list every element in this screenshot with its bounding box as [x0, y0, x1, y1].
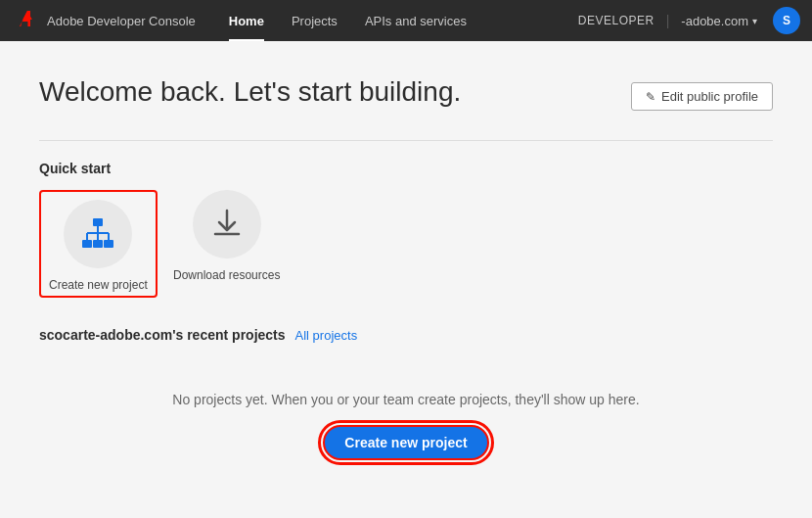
navbar: Adobe Developer Console Home Projects AP… — [0, 0, 812, 41]
pencil-icon: ✎ — [646, 90, 655, 104]
svg-rect-5 — [104, 240, 113, 248]
account-name: -adobe.com — [681, 14, 748, 28]
main-nav: Home Projects APIs and services — [215, 0, 480, 41]
svg-rect-3 — [82, 240, 92, 248]
svg-rect-4 — [93, 240, 103, 248]
download-icon-circle — [193, 190, 261, 259]
divider — [39, 140, 773, 141]
svg-marker-1 — [23, 11, 32, 20]
main-content: Welcome back. Let's start building. ✎ Ed… — [0, 41, 812, 518]
nav-separator: | — [666, 13, 670, 28]
download-resources-card[interactable]: Download resources — [173, 190, 281, 298]
recent-projects-row: scocarte-adobe.com's recent projects All… — [39, 327, 773, 343]
nav-apis[interactable]: APIs and services — [351, 0, 480, 41]
nav-projects[interactable]: Projects — [278, 0, 351, 41]
svg-rect-2 — [93, 218, 103, 226]
avatar[interactable]: S — [773, 7, 800, 34]
welcome-row: Welcome back. Let's start building. ✎ Ed… — [39, 76, 773, 111]
create-project-icon-circle — [64, 200, 132, 268]
welcome-title: Welcome back. Let's start building. — [39, 76, 461, 108]
create-project-label: Create new project — [49, 278, 148, 292]
developer-label: DEVELOPER — [578, 14, 654, 27]
edit-profile-button[interactable]: ✎ Edit public profile — [631, 82, 773, 111]
recent-projects-label: scocarte-adobe.com's recent projects — [39, 327, 286, 343]
download-icon — [209, 207, 245, 242]
empty-state-text: No projects yet. When you or your team c… — [172, 392, 639, 407]
chevron-down-icon: ▾ — [752, 16, 757, 26]
edit-profile-label: Edit public profile — [661, 89, 758, 104]
quick-start-label: Quick start — [39, 161, 773, 176]
nav-home[interactable]: Home — [215, 0, 278, 41]
hierarchy-icon — [80, 216, 115, 252]
quick-start-cards: Create new project Download resources — [39, 190, 773, 298]
account-dropdown[interactable]: -adobe.com ▾ — [681, 14, 757, 28]
create-new-project-button[interactable]: Create new project — [323, 425, 488, 460]
navbar-right: DEVELOPER | -adobe.com ▾ S — [578, 7, 800, 34]
adobe-a-icon — [20, 11, 39, 30]
empty-state: No projects yet. When you or your team c… — [39, 362, 773, 470]
all-projects-link[interactable]: All projects — [295, 328, 358, 343]
create-project-card[interactable]: Create new project — [39, 190, 158, 298]
download-resources-label: Download resources — [173, 268, 280, 282]
app-name-label: Adobe Developer Console — [47, 14, 196, 28]
app-logo: Adobe Developer Console — [12, 11, 196, 30]
